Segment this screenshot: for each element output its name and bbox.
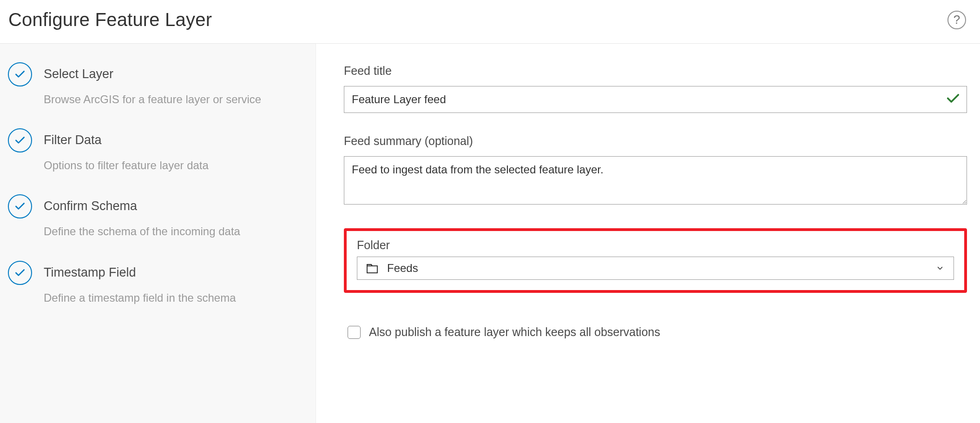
publish-checkbox[interactable] bbox=[348, 326, 361, 339]
svg-rect-0 bbox=[367, 266, 377, 273]
step-select-layer: Select Layer Browse ArcGIS for a feature… bbox=[7, 62, 297, 128]
step-content: Confirm Schema Define the schema of the … bbox=[33, 194, 297, 260]
page-header: Configure Feature Layer ? bbox=[0, 0, 980, 44]
help-icon: ? bbox=[954, 13, 960, 27]
step-description: Browse ArcGIS for a feature layer or ser… bbox=[44, 91, 297, 108]
step-title[interactable]: Timestamp Field bbox=[44, 265, 297, 280]
feed-title-input[interactable] bbox=[344, 86, 967, 112]
step-title[interactable]: Select Layer bbox=[44, 67, 297, 81]
step-complete-icon bbox=[8, 62, 32, 86]
step-description: Define a timestamp field in the schema bbox=[44, 289, 297, 306]
folder-label: Folder bbox=[357, 238, 954, 252]
help-button[interactable]: ? bbox=[947, 11, 966, 29]
feed-title-input-wrap bbox=[344, 86, 967, 113]
publish-checkbox-row: Also publish a feature layer which keeps… bbox=[344, 325, 967, 339]
wizard-stepper: Select Layer Browse ArcGIS for a feature… bbox=[0, 44, 316, 423]
page-title: Configure Feature Layer bbox=[8, 9, 212, 30]
folder-icon bbox=[367, 263, 378, 273]
field-feed-summary: Feed summary (optional) bbox=[344, 134, 967, 207]
form-panel: Feed title Feed summary (optional) Folde… bbox=[316, 44, 980, 423]
step-title[interactable]: Confirm Schema bbox=[44, 199, 297, 213]
step-title[interactable]: Filter Data bbox=[44, 133, 297, 147]
step-marker bbox=[7, 62, 33, 88]
step-complete-icon bbox=[8, 194, 32, 218]
step-marker bbox=[7, 194, 33, 220]
feed-summary-label: Feed summary (optional) bbox=[344, 134, 967, 148]
publish-checkbox-label: Also publish a feature layer which keeps… bbox=[369, 325, 660, 339]
folder-highlight-box: Folder Feeds bbox=[344, 228, 967, 293]
feed-summary-textarea[interactable] bbox=[344, 156, 967, 205]
step-description: Options to filter feature layer data bbox=[44, 157, 297, 174]
step-marker bbox=[7, 261, 33, 287]
step-marker bbox=[7, 128, 33, 154]
step-content: Timestamp Field Define a timestamp field… bbox=[33, 261, 297, 306]
step-timestamp-field: Timestamp Field Define a timestamp field… bbox=[7, 261, 297, 306]
configure-feature-layer-page: Configure Feature Layer ? Select Layer B… bbox=[0, 0, 980, 423]
page-body: Select Layer Browse ArcGIS for a feature… bbox=[0, 44, 980, 423]
field-feed-title: Feed title bbox=[344, 64, 967, 113]
folder-select[interactable]: Feeds bbox=[357, 257, 954, 280]
step-complete-icon bbox=[8, 128, 32, 152]
feed-title-label: Feed title bbox=[344, 64, 967, 78]
step-confirm-schema: Confirm Schema Define the schema of the … bbox=[7, 194, 297, 260]
step-description: Define the schema of the incoming data bbox=[44, 223, 297, 240]
step-filter-data: Filter Data Options to filter feature la… bbox=[7, 128, 297, 194]
chevron-down-icon bbox=[936, 264, 944, 272]
step-content: Select Layer Browse ArcGIS for a feature… bbox=[33, 62, 297, 128]
valid-check-icon bbox=[946, 92, 960, 108]
step-content: Filter Data Options to filter feature la… bbox=[33, 128, 297, 194]
folder-selected-value: Feeds bbox=[387, 262, 936, 275]
step-complete-icon bbox=[8, 261, 32, 285]
